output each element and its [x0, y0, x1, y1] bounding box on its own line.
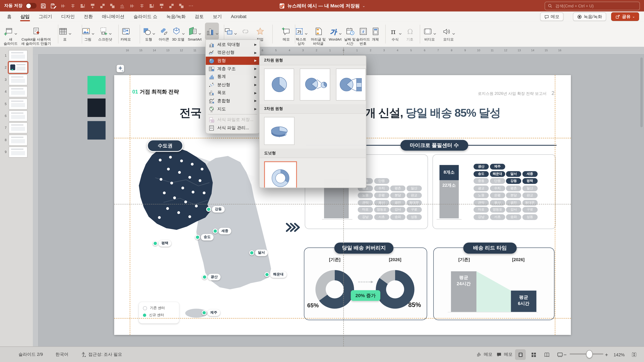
- more-icon[interactable]: ⋯: [188, 3, 194, 8]
- ribbon-button-Copilot을-사용하여-새-슬라이드-만들기[interactable]: Copilot을 사용하여 새 슬라이드 만들기: [16, 23, 56, 46]
- vertical-ruler[interactable]: [33, 54, 38, 347]
- search-input[interactable]: [554, 3, 630, 9]
- tab-슬라이드 쇼[interactable]: 슬라이드 쇼: [129, 11, 162, 21]
- ribbon-button-표[interactable]: 표: [57, 23, 73, 46]
- titlebar-tool-icon[interactable]: [70, 3, 76, 9]
- zoom-out-button[interactable]: −: [564, 347, 567, 362]
- guide-vertical-left[interactable]: [130, 75, 130, 335]
- reading-view-button[interactable]: [541, 349, 552, 360]
- color-swatch-dark-navy[interactable]: [88, 98, 106, 117]
- notes-toggle[interactable]: 메모: [476, 347, 492, 362]
- slide-thumbnail-3[interactable]: 3: [0, 74, 33, 85]
- color-swatch-green[interactable]: [88, 76, 106, 94]
- slide-thumbnail-6[interactable]: 6: [0, 110, 33, 121]
- titlebar-tool-icon[interactable]: [158, 3, 165, 9]
- horizontal-ruler[interactable]: 1615141312111098765432101234567891011121…: [33, 47, 644, 55]
- center-tag-송파: 송파: [506, 214, 521, 220]
- save-as-icon[interactable]: [50, 3, 56, 9]
- hierarchy-chart-icon: [209, 66, 214, 71]
- autosave-toggle[interactable]: [26, 3, 36, 8]
- ribbon-button-기호[interactable]: Ω기호: [402, 23, 417, 46]
- ribbon-button-비디오[interactable]: 비디오: [422, 23, 438, 46]
- comments-button[interactable]: 메모: [540, 12, 564, 21]
- menu-item-꺾은선형[interactable]: 꺾은선형▶: [206, 49, 260, 57]
- ribbon-button-카메오[interactable]: 카메오: [117, 23, 135, 46]
- ribbon-button-SmartArt[interactable]: SmartArt: [184, 23, 205, 46]
- save-icon[interactable]: [40, 3, 46, 9]
- designer-button[interactable]: [117, 65, 124, 72]
- menu-item-지도[interactable]: 지도▶: [206, 105, 260, 113]
- zoom-slider-knob[interactable]: [586, 350, 593, 358]
- titlebar-tool-icon[interactable]: [60, 3, 66, 9]
- share-button[interactable]: 공유 ⌄: [611, 12, 639, 21]
- accessibility-status[interactable]: 접근성: 조사 필요: [80, 347, 122, 362]
- pie-2d-thumbnail[interactable]: [264, 68, 294, 100]
- titlebar-tool-icon[interactable]: [80, 3, 86, 9]
- menu-item-서식-파일-관리[interactable]: 서식 파일 관리...: [206, 124, 260, 132]
- titlebar-tool-icon[interactable]: [119, 3, 125, 9]
- slide-thumbnail-4[interactable]: 4: [0, 86, 33, 97]
- menu-item-원형[interactable]: 원형▶: [206, 57, 260, 65]
- menu-item-세로-막대형[interactable]: 세로 막대형▶: [206, 40, 260, 49]
- bar-of-pie-thumbnail[interactable]: [336, 68, 366, 100]
- slide-thumbnail-9[interactable]: 9: [0, 147, 33, 158]
- guide-horizontal-center[interactable]: [114, 204, 571, 204]
- center-tag-용산: 용산: [490, 200, 505, 205]
- titlebar-tool-icon[interactable]: [109, 3, 116, 9]
- fit-to-window-button[interactable]: [631, 347, 637, 362]
- tab-그리기[interactable]: 그리기: [34, 11, 57, 21]
- slide-thumbnail-7[interactable]: 7: [0, 122, 33, 134]
- pie-3d-thumbnail[interactable]: [264, 117, 294, 145]
- share-icon: [615, 14, 620, 19]
- ribbon-button-도형[interactable]: 도형: [140, 23, 157, 46]
- slide-thumbnail-1[interactable]: 1: [0, 50, 33, 61]
- vertical-scrollbar[interactable]: [640, 57, 643, 127]
- slide-sorter-view-button[interactable]: [528, 349, 539, 360]
- slide-thumbnail-8[interactable]: 8: [0, 135, 33, 146]
- tab-보기[interactable]: 보기: [208, 11, 226, 21]
- ribbon-button-오디오[interactable]: 오디오: [440, 23, 457, 46]
- search-box[interactable]: [544, 2, 640, 10]
- menu-item-분산형[interactable]: 분산형▶: [206, 81, 260, 89]
- doughnut-thumbnail[interactable]: [264, 161, 297, 188]
- ribbon-button-스크린샷[interactable]: 스크린샷: [96, 23, 115, 46]
- slide-thumbnail-2[interactable]: 2: [0, 62, 33, 73]
- menu-item-계층-구조[interactable]: 계층 구조▶: [206, 65, 260, 73]
- titlebar-tool-icon[interactable]: [129, 3, 135, 9]
- tab-홈[interactable]: 홈: [2, 11, 16, 21]
- ribbon-button-메모[interactable]: 메모: [279, 23, 294, 46]
- titlebar-tool-icon[interactable]: [139, 3, 145, 9]
- guide-vertical-right[interactable]: [555, 75, 555, 335]
- tab-Acrobat[interactable]: Acrobat: [226, 11, 251, 21]
- record-button[interactable]: 녹음/녹화: [573, 12, 606, 21]
- tab-녹음/녹화[interactable]: 녹음/녹화: [162, 11, 190, 21]
- titlebar-tool-icon[interactable]: [90, 3, 96, 9]
- ribbon-button-수식[interactable]: π수식: [388, 23, 402, 46]
- menu-item-폭포[interactable]: 폭포▶: [206, 89, 260, 97]
- titlebar-tool-icon[interactable]: [148, 3, 155, 9]
- guide-horizontal-bottom[interactable]: [114, 318, 571, 319]
- titlebar-tool-icon[interactable]: [99, 3, 106, 9]
- ribbon-button-개체[interactable]: 개체: [368, 23, 382, 46]
- tab-애니메이션[interactable]: 애니메이션: [97, 11, 129, 21]
- language-label[interactable]: 한국어: [56, 347, 68, 362]
- titlebar-tool-icon[interactable]: [168, 3, 174, 9]
- titlebar-tool-icons[interactable]: [56, 3, 184, 9]
- tab-디자인[interactable]: 디자인: [57, 11, 79, 21]
- zoom-in-button[interactable]: +: [605, 347, 608, 362]
- tab-검토[interactable]: 검토: [190, 11, 208, 21]
- menu-item-서식-파일로-저장[interactable]: 서식 파일로 저장...: [206, 116, 260, 124]
- titlebar-tool-icon[interactable]: [178, 3, 184, 9]
- pie-of-pie-thumbnail[interactable]: [300, 68, 330, 100]
- tab-삽입[interactable]: 삽입: [16, 11, 34, 21]
- zoom-percentage[interactable]: 142%: [614, 347, 625, 362]
- copilot-icon: [31, 27, 41, 36]
- submenu-arrow-icon: ▶: [254, 43, 256, 46]
- normal-view-button[interactable]: [515, 349, 526, 360]
- slide-thumbnail-5[interactable]: 5: [0, 98, 33, 109]
- comments-toggle[interactable]: 메모: [496, 347, 512, 362]
- color-swatch-slate[interactable]: [88, 121, 106, 139]
- menu-item-혼합형[interactable]: 혼합형▶: [206, 97, 260, 105]
- tab-전환[interactable]: 전환: [79, 11, 98, 21]
- menu-item-통계[interactable]: 통계▶: [206, 73, 260, 81]
